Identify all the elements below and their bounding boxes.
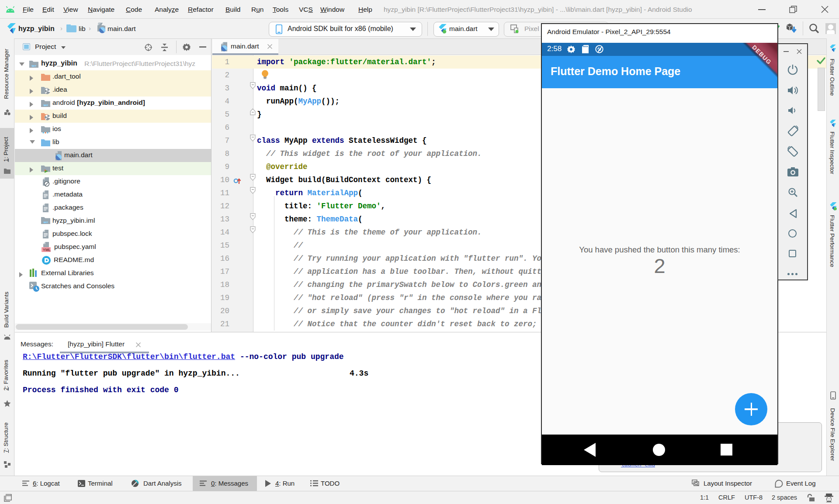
svg-text:YML: YML [43,248,51,252]
